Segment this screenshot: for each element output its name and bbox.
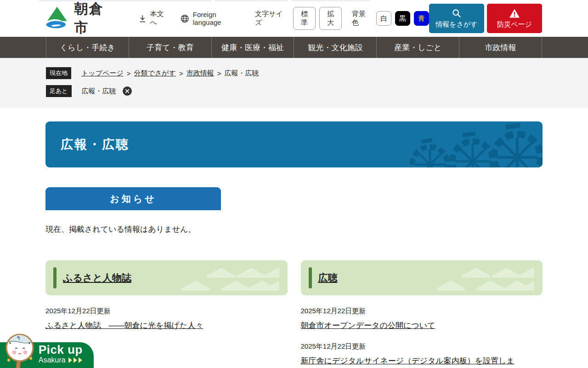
section-header-kocho: 広聴 [301, 260, 543, 295]
bg-blue-button[interactable]: 青 [414, 11, 429, 26]
pickup-line2: Asakura [39, 356, 66, 364]
emergency-button-label: 防災ページ [497, 20, 532, 29]
breadcrumb-link-top[interactable]: トップページ [81, 69, 124, 78]
breadcrumb-link-category[interactable]: 分類でさがす [134, 69, 176, 78]
mascot-drum-icon [3, 331, 36, 368]
accent-bar [309, 267, 312, 288]
footprint-badge: 足あと [46, 85, 72, 97]
font-size-standard-button[interactable]: 標準 [293, 7, 316, 30]
top-decorative-strips [39, 0, 370, 1]
mountain-pattern-icon [181, 267, 279, 291]
item-link[interactable]: ふるさと人物誌 ——朝倉に光を掲げた人々 [45, 320, 203, 331]
main-content: 広報・広聴 お知らせ 現在、掲載されている情報はありません。 ふるさと人物誌 [0, 121, 588, 367]
global-nav: くらし・手続き 子育て・教育 健康・医療・福祉 観光・文化施設 産業・しごと 市… [0, 37, 588, 58]
accent-bar [53, 267, 57, 288]
bg-color-label: 背景色 [352, 10, 372, 27]
item-link[interactable]: 朝倉市オープンデータの公開について [301, 320, 435, 331]
list-item: 2025年12月22日更新 朝倉市オープンデータの公開について [301, 307, 543, 331]
warning-icon [509, 8, 520, 18]
notice-heading: お知らせ [45, 187, 221, 210]
bg-color-group: 背景色 白 黒 青 [352, 10, 429, 27]
page-title-banner: 広報・広聴 [45, 121, 543, 167]
asakura-logo-icon [45, 6, 70, 31]
breadcrumb-link-shisei[interactable]: 市政情報 [187, 69, 214, 78]
skip-link-label: 本文へ [150, 10, 170, 27]
section-columns: ふるさと人物誌 2025年12月22日更新 ふるさと人物誌 ——朝倉に光を掲げた… [45, 260, 543, 367]
utility-nav: 本文へ Foreign language 文字サイズ 標準 拡大 背景色 白 黒… [138, 7, 429, 30]
pickup-text: Pick up Asakura [39, 342, 94, 364]
gnav-item-sangyo[interactable]: 産業・しごと [376, 37, 459, 58]
down-arrow-icon [138, 14, 147, 23]
footprint-row: 足あと 広報・広聴 [46, 85, 542, 97]
breadcrumb-separator: > [217, 69, 221, 77]
site-search-button[interactable]: 情報をさがす [429, 4, 484, 33]
breadcrumb-separator: > [179, 69, 183, 77]
breadcrumb-area: 現在地 トップページ > 分類でさがす > 市政情報 > 広報・広聴 足あと 広… [0, 58, 588, 108]
water-wheel-icon [405, 121, 543, 167]
breadcrumb: 現在地 トップページ > 分類でさがす > 市政情報 > 広報・広聴 [46, 67, 542, 79]
font-size-large-button[interactable]: 拡大 [319, 7, 342, 30]
item-date: 2025年12月22日更新 [301, 307, 543, 316]
font-size-label: 文字サイズ [255, 10, 288, 27]
site-name: 朝倉市 [74, 0, 117, 37]
gnav-item-shisei[interactable]: 市政情報 [459, 37, 542, 58]
gnav-item-kenko[interactable]: 健康・医療・福祉 [211, 37, 294, 58]
section-header-furusato: ふるさと人物誌 [45, 260, 288, 295]
pickup-asakura-badge[interactable]: Pick up Asakura [0, 342, 94, 368]
site-logo[interactable]: 朝倉市 [45, 0, 117, 37]
page-title: 広報・広聴 [45, 136, 130, 153]
section-list-furusato: 2025年12月22日更新 ふるさと人物誌 ——朝倉に光を掲げた人々 [45, 307, 288, 331]
close-icon [123, 86, 132, 96]
item-link[interactable]: 新庁舎にデジタルサイネージ（デジタル案内板）を設置しま [301, 356, 514, 367]
bg-white-button[interactable]: 白 [376, 11, 391, 26]
gnav-item-kurashi[interactable]: くらし・手続き [46, 37, 129, 58]
foreign-language-label: Foreign language [193, 11, 245, 26]
section-title-link-kocho[interactable]: 広聴 [318, 271, 338, 284]
foreign-language-link[interactable]: Foreign language [180, 11, 245, 26]
footprint-item: 広報・広聴 [82, 87, 116, 96]
location-badge: 現在地 [46, 67, 71, 79]
list-item: 2025年12月22日更新 ふるさと人物誌 ——朝倉に光を掲げた人々 [45, 307, 288, 331]
skip-to-content-link[interactable]: 本文へ [138, 10, 170, 27]
item-date: 2025年12月22日更新 [45, 307, 288, 316]
search-button-label: 情報をさがす [435, 20, 477, 29]
header-cta-group: 情報をさがす 防災ページ [429, 4, 542, 33]
list-item: 2025年12月22日更新 新庁舎にデジタルサイネージ（デジタル案内板）を設置し… [301, 342, 543, 367]
section-kocho: 広聴 2025年12月22日更新 朝倉市オープンデータの公開について 2025年… [301, 260, 543, 367]
mountain-pattern-icon [436, 267, 534, 291]
site-header: 朝倉市 本文へ Foreign language 文字サイズ 標準 拡大 背景色 [0, 0, 588, 37]
pickup-line1: Pick up [39, 344, 94, 356]
breadcrumb-current: 広報・広聴 [224, 69, 259, 78]
footprint-clear-button[interactable] [123, 86, 132, 96]
gnav-item-kanko[interactable]: 観光・文化施設 [294, 37, 376, 58]
search-icon [452, 8, 462, 18]
item-date: 2025年12月22日更新 [301, 342, 543, 351]
breadcrumb-separator: > [127, 69, 131, 77]
emergency-page-button[interactable]: 防災ページ [487, 4, 542, 33]
play-arrows-icon [68, 357, 82, 363]
section-list-kocho: 2025年12月22日更新 朝倉市オープンデータの公開について 2025年12月… [301, 307, 543, 367]
globe-icon [180, 14, 189, 23]
section-title-link-furusato[interactable]: ふるさと人物誌 [63, 271, 131, 284]
gnav-item-kosodate[interactable]: 子育て・教育 [129, 37, 211, 58]
font-size-group: 文字サイズ 標準 拡大 [255, 7, 342, 30]
bg-black-button[interactable]: 黒 [395, 11, 410, 26]
notice-empty-message: 現在、掲載されている情報はありません。 [45, 224, 543, 235]
